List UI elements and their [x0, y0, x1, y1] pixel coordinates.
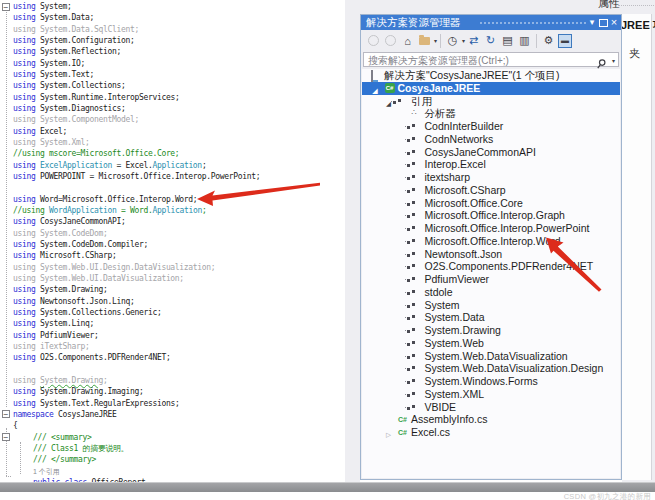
code-line[interactable]: using Excel; [13, 126, 345, 137]
code-line[interactable]: using System.Runtime.InteropServices; [13, 92, 345, 103]
code-line[interactable]: using Microsoft.CSharp; [13, 250, 345, 261]
code-line[interactable]: /// </summary> [13, 454, 345, 465]
code-line[interactable]: using Newtonsoft.Json.Linq; [13, 296, 345, 307]
editor-scrollbar-gutter[interactable] [345, 0, 360, 483]
tree-item-label: Microsoft.Office.Core [425, 197, 523, 210]
preview-selected-items-icon[interactable]: ▬ [558, 34, 572, 48]
code-line[interactable]: /// <summary> [13, 432, 345, 443]
tree-item-system-web-datavisualization-design[interactable]: System.Web.DataVisualization.Design [362, 362, 620, 375]
maximize-icon[interactable] [599, 19, 608, 27]
tree-item-system-web[interactable]: System.Web [362, 337, 620, 350]
code-line[interactable]: using System.Xml; [13, 137, 345, 148]
code-line[interactable]: using System.Configuration; [13, 35, 345, 46]
tree-item-vbide[interactable]: VBIDE [362, 401, 620, 414]
tree-item-stdole[interactable]: stdole [362, 286, 620, 299]
code-line[interactable]: using System.Reflection; [13, 46, 345, 57]
tree-item-microsoft-csharp[interactable]: Microsoft.CSharp [362, 184, 620, 197]
search-input[interactable]: 搜索解决方案资源管理器(Ctrl+;) ▾ [363, 52, 619, 67]
code-line[interactable]: { [13, 420, 345, 431]
code-line[interactable]: //using mscore=Microsoft.Office.Core; [13, 148, 345, 159]
tree-item-system-data[interactable]: System.Data [362, 311, 620, 324]
tree-item-cosysjanecommonapi[interactable]: CosysJaneCommonAPI [362, 146, 620, 159]
tree-item-system-windows-forms[interactable]: System.Windows.Forms [362, 375, 620, 388]
code-line[interactable]: using System.Web.UI.DataVisualization; [13, 273, 345, 284]
code-line[interactable]: using System.Data; [13, 12, 345, 23]
navigate-back-icon[interactable] [366, 33, 381, 48]
tree-item-itextsharp[interactable]: itextsharp [362, 171, 620, 184]
code-line[interactable]: using O2S.Components.PDFRender4NET; [13, 352, 345, 363]
fold-toggle-icon[interactable]: − [2, 3, 10, 11]
tree-item-codnnetworks[interactable]: CodnNetworks [362, 133, 620, 146]
code-line[interactable]: using System.Collections.Generic; [13, 307, 345, 318]
close-icon[interactable]: × [609, 16, 619, 28]
tree-item-excel-cs[interactable]: ▷C#Excel.cs [362, 426, 620, 439]
collapse-all-folder-icon[interactable] [417, 33, 432, 48]
expander-collapsed-icon[interactable]: ▷ [386, 429, 391, 442]
code-line[interactable]: /// Class1 的摘要说明。 [13, 443, 345, 454]
code-line[interactable]: using Word=Microsoft.Office.Interop.Word… [13, 194, 345, 205]
horizontal-scrollbar[interactable] [0, 483, 655, 492]
code-editor[interactable]: −−− using System;using System.Data;using… [0, 0, 345, 483]
tree-item-codninterbuilder[interactable]: CodnInterBuilder [362, 120, 620, 133]
tree-item-assemblyinfo-cs[interactable]: C#AssemblyInfo.cs [362, 413, 620, 426]
tree-item-microsoft-office-interop-word[interactable]: Microsoft.Office.Interop.Word [362, 235, 620, 248]
properties-wrench-icon[interactable]: ⚙ [541, 33, 556, 48]
show-all-files-icon[interactable]: ▤ [500, 33, 515, 48]
code-line[interactable]: using System.Data.SqlClient; [13, 24, 345, 35]
tree-item--cosysjanejree-1-[interactable]: 解决方案"CosysJaneJREE"(1 个项目) [362, 69, 620, 82]
code-line[interactable]: 1 个引用 [13, 466, 345, 477]
sync-with-active-document-icon[interactable]: ⇄ [466, 33, 481, 48]
code-line[interactable]: using PdfiumViewer; [13, 330, 345, 341]
tree-item-microsoft-office-interop-graph[interactable]: Microsoft.Office.Interop.Graph [362, 209, 620, 222]
code-line[interactable]: using System.Diagnostics; [13, 103, 345, 114]
pending-changes-filter-icon-caret[interactable]: ▾ [462, 37, 465, 44]
tree-item-system-drawing[interactable]: System.Drawing [362, 324, 620, 337]
code-line[interactable]: using System.Text.RegularExpressions; [13, 398, 345, 409]
code-line[interactable]: using POWERPOINT = Microsoft.Office.Inte… [13, 171, 345, 182]
properties-pages-icon[interactable]: ▥ [517, 33, 532, 48]
code-line[interactable]: using System.Linq; [13, 318, 345, 329]
solution-explorer-titlebar[interactable]: 解决方案资源管理器 ▾ × [361, 15, 621, 30]
tree-item-interop-excel[interactable]: Interop.Excel [362, 158, 620, 171]
code-line[interactable]: using System.Web.UI.Design.DataVisualiza… [13, 262, 345, 273]
search-options-caret-icon[interactable]: ▾ [612, 57, 615, 64]
tree-item-o2s-components-pdfrender4net[interactable]: O2S.Components.PDFRender4NET [362, 260, 620, 273]
fold-toggle-icon[interactable]: − [2, 433, 10, 441]
collapse-all-folder-icon-caret[interactable]: ▾ [434, 37, 437, 44]
tree-item-microsoft-office-core[interactable]: Microsoft.Office.Core [362, 197, 620, 210]
code-line[interactable]: using System.Drawing; [13, 375, 345, 386]
code-line[interactable] [13, 364, 345, 375]
tree-item--[interactable]: ∴分析器 [362, 107, 620, 120]
code-line[interactable]: using ExcelApplication = Excel.Applicati… [13, 160, 345, 171]
code-line[interactable]: using System.Drawing; [13, 284, 345, 295]
code-line[interactable]: using CosysJaneCommonAPI; [13, 216, 345, 227]
tree-item-system[interactable]: System [362, 299, 620, 312]
code-token: 1 个引用 [33, 468, 60, 475]
code-line[interactable]: using System.IO; [13, 58, 345, 69]
tree-item-system-web-datavisualization[interactable]: System.Web.DataVisualization [362, 350, 620, 363]
code-line[interactable]: using System.Text; [13, 69, 345, 80]
code-line[interactable]: using System.ComponentModel; [13, 114, 345, 125]
code-line[interactable]: using System.CodeDom.Compiler; [13, 239, 345, 250]
tree-item-system-xml[interactable]: System.XML [362, 388, 620, 401]
fold-toggle-icon[interactable]: − [2, 410, 10, 418]
code-line[interactable] [13, 182, 345, 193]
tree-item--[interactable]: ◢引用 [362, 95, 620, 108]
window-position-icon[interactable]: ▾ [587, 16, 597, 28]
code-line[interactable]: using System.CodeDom; [13, 228, 345, 239]
csharp-file-icon: C# [398, 427, 407, 440]
code-line[interactable]: using System; [13, 1, 345, 12]
tree-item-newtonsoft-json[interactable]: Newtonsoft.Json [362, 248, 620, 261]
tree-item-cosysjanejree[interactable]: ◢C#CosysJaneJREE [362, 82, 620, 95]
tree-item-pdfiumviewer[interactable]: PdfiumViewer [362, 273, 620, 286]
navigate-forward-icon[interactable] [383, 33, 398, 48]
tree-item-microsoft-office-interop-powerpoint[interactable]: Microsoft.Office.Interop.PowerPoint [362, 222, 620, 235]
code-line[interactable]: using iTextSharp; [13, 341, 345, 352]
home-icon[interactable]: ⌂ [400, 33, 415, 48]
pending-changes-filter-icon[interactable]: ◷ [445, 33, 460, 48]
refresh-icon[interactable]: ↻ [483, 33, 498, 48]
code-line[interactable]: //using WordApplication = Word.Applicati… [13, 205, 345, 216]
code-line[interactable]: namespace CosysJaneJREE [13, 409, 345, 420]
code-line[interactable]: using System.Drawing.Imaging; [13, 386, 345, 397]
code-line[interactable]: using System.Collections; [13, 80, 345, 91]
